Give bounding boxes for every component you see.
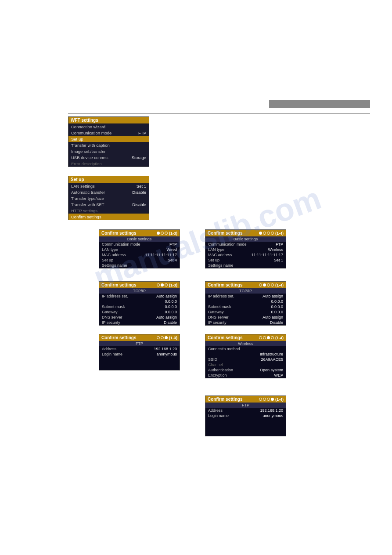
dot-4 bbox=[271, 283, 274, 287]
dot-4 bbox=[271, 232, 274, 235]
confirm-2-3-title: Confirm settings (1-3) bbox=[99, 282, 180, 288]
confirm-panel-4-4: Confirm settings (1-4) FTP Address 192.1… bbox=[205, 395, 286, 436]
confirm-4-4-row-1: Login name anonymous bbox=[205, 413, 286, 418]
confirm-panel-3-3: Confirm settings (1-3) FTP Address 192.1… bbox=[99, 334, 180, 370]
hr-line bbox=[68, 113, 370, 114]
confirm-2-3-row-1: 0.0.0.0 bbox=[99, 299, 180, 304]
dot-2 bbox=[263, 232, 266, 235]
confirm-2-3-row-4: DNS server Auto assign bbox=[99, 315, 180, 320]
confirm-3-3-title: Confirm settings (1-3) bbox=[99, 334, 180, 341]
confirm-panel-2-3: Confirm settings (1-3) TCP/IP IP address… bbox=[99, 281, 180, 326]
confirm-1-4-row-2: MAC address 11:11:11:11:11:17 bbox=[205, 252, 286, 258]
confirm-3-3-row-0: Address 192.168.1.20 bbox=[99, 346, 180, 352]
dot-4 bbox=[271, 398, 274, 401]
confirm-panel-2-4: Confirm settings (1-4) TCP/IP IP address… bbox=[205, 281, 286, 326]
wft-item-transfer-caption[interactable]: Transfer with caption bbox=[68, 142, 149, 148]
dot-3 bbox=[267, 398, 270, 401]
confirm-2-4-section: TCP/IP bbox=[205, 288, 286, 294]
confirm-2-4-row-3: Gateway 0.0.0.0 bbox=[205, 309, 286, 315]
dot-2 bbox=[263, 283, 266, 287]
dot-1 bbox=[157, 232, 160, 235]
confirm-2-3-row-2: Subnet mask 0.0.0.0 bbox=[99, 304, 180, 309]
confirm-2-4-row-1: 0.0.0.0 bbox=[205, 299, 286, 304]
dot-1 bbox=[259, 283, 262, 287]
wft-item-image-sel[interactable]: Image sel./transfer bbox=[68, 148, 149, 154]
confirm-3-3-pad3 bbox=[99, 366, 180, 370]
dot-2 bbox=[161, 232, 164, 235]
dot-3 bbox=[165, 336, 168, 339]
confirm-1-3-row-3: Set up Set 4 bbox=[99, 258, 180, 263]
setup-panel: Set up LAN settings Set 1 Automatic tran… bbox=[68, 176, 149, 220]
confirm-4-4-section: FTP bbox=[205, 403, 286, 408]
wft-panel-title: WFT settings bbox=[68, 117, 149, 123]
confirm-1-3-row-0: Communication mode FTP bbox=[99, 242, 180, 247]
confirm-1-4-row-3: Set up Set 1 bbox=[205, 258, 286, 263]
confirm-1-4-row-4: Settings name bbox=[205, 263, 286, 268]
confirm-3-4-row-1: Infrastructure bbox=[205, 352, 286, 357]
confirm-1-3-row-1: LAN type Wired bbox=[99, 247, 180, 252]
setup-item-confirm[interactable]: Confirm settings bbox=[68, 214, 149, 220]
confirm-2-4-row-5: IP security Disable bbox=[205, 320, 286, 325]
dot-2 bbox=[263, 398, 266, 401]
dot-4 bbox=[271, 336, 274, 339]
confirm-1-4-title: Confirm settings (1-4) bbox=[205, 230, 286, 236]
confirm-3-4-row-0: Connect'n method bbox=[205, 346, 286, 352]
confirm-2-4-row-2: Subnet mask 0.0.0.0 bbox=[205, 304, 286, 309]
confirm-2-4-row-0: IP address set. Auto assign bbox=[205, 294, 286, 299]
confirm-1-4-section: Basic settings bbox=[205, 236, 286, 242]
confirm-4-4-pad2 bbox=[205, 423, 286, 427]
setup-item-transfer-type[interactable]: Transfer type/size bbox=[68, 195, 149, 201]
confirm-4-4-pad3 bbox=[205, 427, 286, 432]
confirm-2-3-row-3: Gateway 0.0.0.0 bbox=[99, 309, 180, 315]
confirm-3-3-row-1: Login name anonymous bbox=[99, 352, 180, 357]
gray-bar bbox=[269, 100, 370, 108]
confirm-3-4-section: Wireless bbox=[205, 341, 286, 346]
dot-3 bbox=[267, 232, 270, 235]
setup-item-http[interactable]: HTTP settings bbox=[68, 207, 149, 214]
wft-item-error[interactable]: Error description bbox=[68, 160, 149, 167]
confirm-2-3-row-5: IP security Disable bbox=[99, 320, 180, 325]
setup-item-transfer-set[interactable]: Transfer with SET Disable bbox=[68, 201, 149, 207]
confirm-1-3-section: Basic settings bbox=[99, 236, 180, 242]
setup-item-lan[interactable]: LAN settings Set 1 bbox=[68, 183, 149, 189]
setup-item-auto-transfer[interactable]: Automatic transfer Disable bbox=[68, 189, 149, 195]
dot-3 bbox=[267, 336, 270, 339]
dot-2 bbox=[263, 336, 266, 339]
confirm-panel-3-4: Confirm settings (1-4) Wireless Connect'… bbox=[205, 334, 286, 378]
wft-item-setup[interactable]: Set up bbox=[68, 136, 149, 142]
confirm-3-3-pad2 bbox=[99, 361, 180, 366]
dot-1 bbox=[259, 398, 262, 401]
confirm-2-4-title: Confirm settings (1-4) bbox=[205, 282, 286, 288]
confirm-1-4-row-1: LAN type Wireless bbox=[205, 247, 286, 252]
wft-settings-panel: WFT settings Connection wizard Communica… bbox=[68, 116, 149, 167]
confirm-2-4-row-4: DNS server Auto assign bbox=[205, 315, 286, 320]
confirm-4-4-row-0: Address 192.168.1.20 bbox=[205, 408, 286, 413]
confirm-4-4-title: Confirm settings (1-4) bbox=[205, 396, 286, 403]
dot-2 bbox=[161, 283, 164, 287]
dot-1 bbox=[259, 232, 262, 235]
wft-item-connection-wizard[interactable]: Connection wizard bbox=[68, 123, 149, 130]
dot-3 bbox=[165, 283, 168, 287]
wft-item-usb[interactable]: USB device connec. Storage bbox=[68, 154, 149, 160]
wft-item-comm-mode[interactable]: Communication mode FTP bbox=[68, 130, 149, 136]
confirm-2-3-section: TCP/IP bbox=[99, 288, 180, 294]
confirm-3-4-row-4: Authentication Open system bbox=[205, 367, 286, 373]
confirm-3-3-section: FTP bbox=[99, 341, 180, 346]
confirm-3-4-row-2: SSID 26A9AACE5 bbox=[205, 357, 286, 362]
dot-2 bbox=[161, 336, 164, 339]
page-container: manualslib.com WFT settings Connection w… bbox=[0, 0, 392, 555]
confirm-3-3-pad1 bbox=[99, 357, 180, 361]
dot-1 bbox=[157, 336, 160, 339]
confirm-1-3-row-4: Settings name bbox=[99, 263, 180, 268]
dot-1 bbox=[157, 283, 160, 287]
confirm-2-3-row-0: IP address set. Auto assign bbox=[99, 294, 180, 299]
setup-panel-title: Set up bbox=[68, 176, 149, 183]
confirm-4-4-pad1 bbox=[205, 418, 286, 423]
confirm-3-4-row-3: Channel bbox=[205, 362, 286, 367]
confirm-1-3-title: Confirm settings (1-3) bbox=[99, 230, 180, 236]
confirm-4-4-pad4 bbox=[205, 432, 286, 436]
dot-3 bbox=[165, 232, 168, 235]
confirm-panel-1-4: Confirm settings (1-4) Basic settings Co… bbox=[205, 229, 286, 268]
confirm-1-4-row-0: Communication mode FTP bbox=[205, 242, 286, 247]
confirm-panel-1-3: Confirm settings (1-3) Basic settings Co… bbox=[99, 229, 180, 268]
